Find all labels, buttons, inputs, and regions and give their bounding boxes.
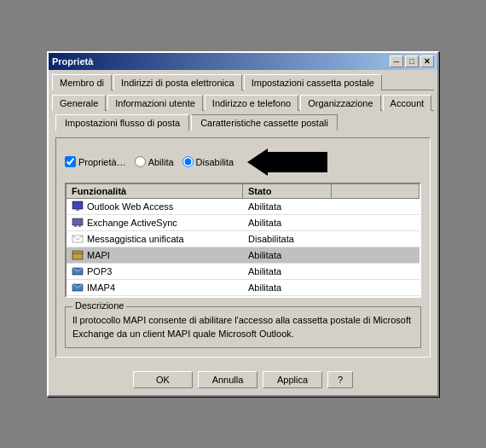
monitor-icon <box>72 201 84 212</box>
cell-status-eas: Abilitata <box>243 216 332 230</box>
properties-checkbox-item: Proprietà… <box>65 156 126 167</box>
imap4-icon <box>72 282 84 294</box>
cell-extra-um <box>332 237 420 241</box>
list-item[interactable]: Messaggistica unificata Disabilitata <box>67 231 419 247</box>
ok-button[interactable]: OK <box>133 371 193 388</box>
description-group: Descrizione Il protocollo MAPI consente … <box>65 306 421 349</box>
svg-rect-1 <box>76 209 79 211</box>
disable-radio-item: Disabilita <box>182 156 234 167</box>
description-group-label: Descrizione <box>72 300 126 311</box>
disable-label[interactable]: Disabilita <box>196 157 234 167</box>
list-item[interactable]: Outlook Web Access Abilitata <box>67 199 419 215</box>
cell-status-owa: Abilitata <box>243 200 332 213</box>
enable-radio[interactable] <box>135 156 146 167</box>
title-bar-buttons: ─ □ ✕ <box>390 55 434 67</box>
svg-rect-0 <box>72 201 83 209</box>
cell-extra-mapi <box>332 253 420 257</box>
features-list-container: Funzionalità Stato Outlook Web Access Ab… <box>65 183 421 298</box>
svg-rect-6 <box>72 251 83 259</box>
enable-radio-item: Abilita <box>135 156 174 167</box>
sync-icon <box>72 217 84 229</box>
cell-status-mapi: Abilitata <box>243 248 332 262</box>
main-window: Proprietà ─ □ ✕ Membro di Indirizzi di p… <box>47 51 439 398</box>
controls-row: Proprietà… Abilita Disabilita <box>65 147 421 177</box>
arrow-head-icon <box>247 148 268 176</box>
cell-extra-owa <box>332 205 420 208</box>
envelope-icon <box>72 233 84 245</box>
cell-name-eas: Exchange ActiveSync <box>67 215 243 230</box>
tab-indirizzo[interactable]: Indirizzo e telefono <box>205 95 298 111</box>
window-title: Proprietà <box>52 56 93 67</box>
close-button[interactable]: ✕ <box>420 55 434 67</box>
cell-extra-imap4 <box>332 286 420 289</box>
tab-caratteristiche[interactable]: Caratteristiche cassette postali <box>191 114 338 131</box>
help-button[interactable]: ? <box>327 371 353 388</box>
cell-status-pop3: Abilitata <box>243 265 332 278</box>
cell-extra-pop3 <box>332 270 420 273</box>
tabs-row1: Membro di Indirizzi di posta elettronica… <box>49 70 437 90</box>
disable-radio[interactable] <box>182 156 194 167</box>
cell-name-imap4: IMAP4 <box>67 280 243 295</box>
svg-rect-3 <box>74 225 77 227</box>
pop3-icon <box>72 265 84 277</box>
tab-organizzazione[interactable]: Organizzazione <box>300 95 380 111</box>
col-stato: Stato <box>243 184 332 198</box>
properties-checkbox[interactable] <box>65 156 76 167</box>
list-item[interactable]: Exchange ActiveSync Abilitata <box>67 215 419 231</box>
tab-flusso-posta[interactable]: Impostazioni flusso di posta <box>55 114 189 131</box>
content-area: Proprietà… Abilita Disabilita <box>49 131 437 365</box>
maximize-button[interactable]: □ <box>405 55 419 67</box>
svg-rect-2 <box>72 218 83 225</box>
minimize-button[interactable]: ─ <box>390 55 403 67</box>
arrow-indicator <box>247 148 327 176</box>
cell-status-imap4: Abilitata <box>243 281 332 294</box>
cell-name-pop3: POP3 <box>67 264 243 279</box>
col-empty <box>332 184 420 198</box>
list-item[interactable]: POP3 Abilitata <box>67 264 419 280</box>
list-header: Funzionalità Stato <box>67 184 419 199</box>
list-item[interactable]: IMAP4 Abilitata <box>67 280 419 296</box>
properties-label[interactable]: Proprietà… <box>78 157 126 167</box>
main-panel: Proprietà… Abilita Disabilita <box>55 137 431 358</box>
cell-extra-eas <box>332 221 420 224</box>
arrow-body-icon <box>268 152 327 172</box>
cell-name-mapi: MAPI <box>67 247 243 263</box>
button-bar: OK Annulla Applica ? <box>49 364 437 395</box>
disable-container: Disabilita <box>182 148 328 176</box>
apply-button[interactable]: Applica <box>263 371 322 388</box>
tab-indirizzi[interactable]: Indirizzi di posta elettronica <box>113 74 242 90</box>
tab-impostazioni-cassetta[interactable]: Impostazioni cassetta postale <box>244 74 382 90</box>
tab-membro-di[interactable]: Membro di <box>52 74 112 90</box>
description-text: Il protocollo MAPI consente di abilitare… <box>72 314 414 341</box>
tab-account[interactable]: Account <box>383 95 432 111</box>
col-funzionalita: Funzionalità <box>67 184 243 198</box>
title-bar: Proprietà ─ □ ✕ <box>49 53 437 70</box>
svg-rect-4 <box>78 225 81 227</box>
cell-name-owa: Outlook Web Access <box>67 199 243 214</box>
cancel-button[interactable]: Annulla <box>198 371 257 388</box>
list-item-mapi[interactable]: MAPI Abilitata <box>67 247 419 264</box>
cell-name-um: Messaggistica unificata <box>67 231 243 247</box>
mapi-icon <box>72 249 84 261</box>
tab-informazioni[interactable]: Informazioni utente <box>107 95 203 111</box>
tab-generale[interactable]: Generale <box>52 95 106 111</box>
tabs-row2: Generale Informazioni utente Indirizzo e… <box>49 90 437 110</box>
enable-label[interactable]: Abilita <box>148 157 174 167</box>
cell-status-um: Disabilitata <box>243 232 332 246</box>
